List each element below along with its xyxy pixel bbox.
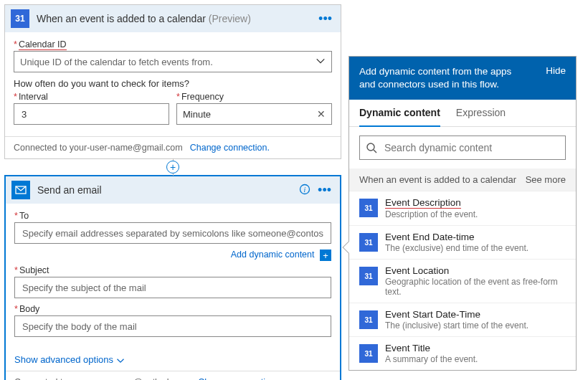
trigger-card: 31 When an event is added to a calendar … <box>4 4 341 159</box>
clear-icon[interactable]: ✕ <box>317 108 326 120</box>
info-icon[interactable]: i <box>299 184 310 197</box>
dc-section-header: When an event is added to a calendar See… <box>349 168 576 191</box>
action-menu-icon[interactable]: ••• <box>315 183 334 198</box>
preview-tag: (Preview) <box>209 13 251 24</box>
dc-item-desc: The (exclusive) end time of the event. <box>385 243 528 253</box>
dc-item[interactable]: 31Event DescriptionDescription of the ev… <box>349 191 576 225</box>
dc-item[interactable]: 31Event LocationGeographic location of t… <box>349 259 576 303</box>
trigger-title: When an event is added to a calendar (Pr… <box>37 13 316 24</box>
action-footer: Connected to your-user-name@outlook.com … <box>6 371 340 380</box>
panel-tabs: Dynamic content Expression <box>349 100 576 127</box>
panel-header: Add dynamic content from the apps and co… <box>349 57 576 100</box>
interval-label: Interval <box>14 92 169 102</box>
svg-text:i: i <box>304 186 306 194</box>
chevron-down-icon <box>316 56 326 68</box>
trigger-header[interactable]: 31 When an event is added to a calendar … <box>5 5 341 32</box>
tab-dynamic-content[interactable]: Dynamic content <box>359 100 440 127</box>
dc-item-desc: A summary of the event. <box>385 354 478 364</box>
calendar-id-select[interactable]: Unique ID of the calendar to fetch event… <box>14 51 332 72</box>
calendar-icon: 31 <box>359 310 378 329</box>
calendar-icon: 31 <box>359 233 378 252</box>
subject-label: Subject <box>14 265 331 275</box>
body-input[interactable] <box>14 315 331 337</box>
search-icon <box>366 142 377 153</box>
tab-expression[interactable]: Expression <box>456 100 506 126</box>
check-caption: How often do you want to check for items… <box>14 78 332 89</box>
dc-item-desc: The (inclusive) start time of the event. <box>385 320 528 331</box>
dc-item-title: Event Location <box>385 265 566 276</box>
add-step-button[interactable]: + <box>166 161 179 174</box>
frequency-label: Frequency <box>176 92 332 102</box>
add-step-connector: + <box>4 158 341 176</box>
dc-item-desc: Description of the event. <box>385 209 478 219</box>
dc-item-desc: Geographic location of the event as free… <box>385 277 566 297</box>
action-card: Send an email i ••• To Add dynamic conte… <box>4 175 341 380</box>
to-input[interactable] <box>14 222 331 244</box>
add-dynamic-content-link[interactable]: Add dynamic content + <box>14 250 331 261</box>
add-dynamic-icon: + <box>320 250 331 261</box>
action-title: Send an email <box>37 184 299 196</box>
frequency-select[interactable]: Minute ✕ <box>176 103 332 125</box>
to-label: To <box>14 211 331 221</box>
change-connection-link[interactable]: Change connection. <box>190 143 270 153</box>
change-connection-link[interactable]: Change connection. <box>198 377 278 380</box>
dc-item[interactable]: 31Event Start Date-TimeThe (inclusive) s… <box>349 303 576 336</box>
svg-point-3 <box>367 143 374 151</box>
calendar-icon: 31 <box>11 9 29 28</box>
hide-link[interactable]: Hide <box>546 65 566 76</box>
calendar-icon: 31 <box>359 199 378 217</box>
subject-input[interactable] <box>14 277 331 298</box>
dc-item[interactable]: 31Event TitleA summary of the event. <box>349 336 576 370</box>
dc-item[interactable]: 31Event End Date-timeThe (exclusive) end… <box>349 225 576 259</box>
interval-input[interactable] <box>14 103 169 125</box>
body-label: Body <box>14 304 331 314</box>
dc-item-title: Event Title <box>385 343 478 353</box>
calendar-icon: 31 <box>359 344 378 363</box>
see-more-link[interactable]: See more <box>526 174 566 185</box>
svg-line-4 <box>374 150 376 153</box>
calendar-id-label: Calendar ID <box>14 39 332 49</box>
outlook-icon <box>11 181 30 199</box>
dc-item-title: Event End Date-time <box>385 232 528 242</box>
dc-item-title: Event Start Date-Time <box>385 309 528 320</box>
dc-item-title: Event Description <box>385 197 461 209</box>
dynamic-search[interactable] <box>359 136 566 160</box>
dynamic-content-panel: Add dynamic content from the apps and co… <box>348 56 577 371</box>
calendar-icon: 31 <box>359 267 378 285</box>
trigger-menu-icon[interactable]: ••• <box>316 11 335 27</box>
show-advanced-link[interactable]: Show advanced options <box>6 348 340 371</box>
trigger-footer: Connected to your-user-name@gmail.com Ch… <box>5 136 341 158</box>
action-header[interactable]: Send an email i ••• <box>6 176 340 204</box>
